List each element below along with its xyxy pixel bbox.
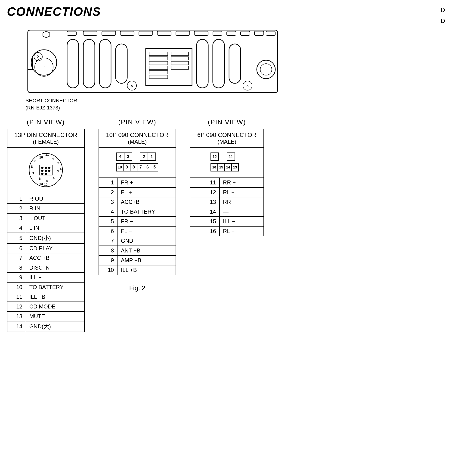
svg-point-42: [257, 60, 275, 79]
fig-label: Fig. 2: [129, 284, 145, 292]
svg-rect-39: [229, 44, 240, 83]
table-13p: 13P DIN CONNECTOR (FEMALE): [7, 129, 85, 332]
svg-rect-9: [213, 31, 222, 35]
table-row: 14GND(大): [7, 321, 84, 332]
svg-text:×: ×: [131, 84, 133, 88]
svg-text:15: 15: [219, 165, 223, 169]
svg-text:×: ×: [246, 84, 249, 88]
svg-rect-12: [254, 31, 264, 35]
svg-rect-35: [171, 61, 188, 65]
pin-view-10p: (PIN VIEW): [118, 119, 156, 126]
svg-point-49: [48, 167, 50, 169]
table-10p: 10P 090 CONNECTOR (MALE) 4 3 2: [99, 129, 176, 275]
svg-rect-22: [100, 39, 111, 88]
svg-text:8: 8: [133, 165, 135, 169]
svg-rect-13: [266, 31, 275, 35]
svg-rect-31: [149, 71, 168, 74]
svg-point-52: [48, 170, 50, 172]
svg-text:16: 16: [212, 165, 216, 169]
svg-text:6: 6: [146, 165, 149, 169]
svg-text:8: 8: [31, 165, 33, 168]
table-row: 1FR +: [99, 178, 176, 188]
table-row: 4L IN: [7, 223, 84, 233]
svg-point-43: [260, 64, 272, 75]
table-row: 10TO BATTERY: [7, 282, 84, 292]
table-row: 14—: [190, 207, 264, 217]
svg-text:12: 12: [213, 155, 217, 159]
table-row: 3L OUT: [7, 213, 84, 223]
svg-text:13: 13: [39, 182, 43, 186]
table-row: 9ILL −: [7, 273, 84, 282]
table-row: 11ILL +B: [7, 292, 84, 302]
svg-rect-37: [197, 39, 208, 88]
table-row: 5GND(小): [7, 233, 84, 243]
svg-rect-33: [171, 52, 188, 55]
svg-rect-1: [67, 31, 76, 35]
13p-pin-diagram: 1 2 3 4 5 6 7 8 9 10 11 12 13 1: [27, 152, 64, 189]
table-row: 6CD PLAY: [7, 243, 84, 253]
svg-text:7: 7: [32, 172, 34, 175]
6p-pin-diagram: 12 11 16 15 14 13: [208, 152, 246, 172]
svg-text:1: 1: [151, 154, 153, 159]
table-row: 5FR −: [99, 217, 176, 226]
svg-rect-34: [171, 57, 188, 60]
svg-text:×: ×: [37, 54, 40, 59]
table-row: 12RL +: [190, 188, 264, 197]
table-row: 2FL +: [99, 188, 176, 197]
svg-rect-32: [149, 75, 168, 79]
svg-rect-5: [139, 31, 153, 35]
svg-rect-28: [149, 57, 168, 60]
table-row: 11RR +: [190, 178, 264, 188]
top-right-labels: DD: [441, 5, 445, 26]
svg-rect-11: [240, 31, 250, 35]
svg-text:1: 1: [52, 157, 54, 161]
connector-13p-block: (PIN VIEW) 13P DIN CONNECTOR (FEMALE): [7, 119, 85, 332]
svg-point-48: [45, 167, 47, 169]
svg-rect-20: [67, 39, 79, 88]
page-title: CONNECTIONS: [7, 5, 445, 19]
svg-point-51: [45, 170, 47, 172]
pin-view-6p: (PIN VIEW): [208, 119, 246, 126]
svg-rect-26: [146, 49, 192, 86]
table-row: 16RL −: [190, 226, 264, 236]
svg-text:13: 13: [233, 165, 237, 169]
table-row: 3ACC+B: [99, 197, 176, 207]
svg-rect-10: [227, 31, 236, 35]
svg-rect-6: [157, 31, 171, 35]
svg-text:11: 11: [45, 153, 49, 156]
svg-rect-30: [149, 66, 168, 69]
svg-text:14: 14: [226, 165, 230, 169]
svg-rect-7: [176, 31, 190, 35]
table-row: 10ILL +B: [99, 265, 176, 275]
table-row: 12CD MODE: [7, 302, 84, 311]
table-row: 6FL −: [99, 226, 176, 236]
svg-rect-3: [102, 31, 116, 35]
svg-text:4: 4: [119, 154, 121, 159]
svg-rect-23: [116, 44, 127, 83]
svg-rect-8: [194, 31, 208, 35]
svg-point-14: [31, 50, 57, 75]
svg-text:5: 5: [46, 179, 48, 183]
connectors-section: (PIN VIEW) 13P DIN CONNECTOR (FEMALE): [7, 119, 445, 332]
svg-text:2: 2: [143, 154, 145, 159]
svg-text:↑: ↑: [42, 63, 46, 70]
svg-text:6: 6: [39, 177, 41, 181]
svg-rect-29: [149, 61, 168, 65]
table-row: 8DISC IN: [7, 263, 84, 273]
svg-text:12: 12: [44, 183, 48, 187]
table-row: 15ILL −: [190, 217, 264, 226]
svg-rect-36: [171, 66, 188, 69]
svg-text:9: 9: [34, 159, 36, 163]
10p-pin-diagram: 4 3 2 1 10 9: [114, 152, 160, 172]
table-row: 13MUTE: [7, 311, 84, 321]
table-row: 13RR −: [190, 197, 264, 207]
svg-rect-27: [149, 52, 168, 55]
svg-marker-44: [43, 31, 50, 38]
table-row: 1R OUT: [7, 194, 84, 204]
svg-point-50: [41, 170, 43, 172]
svg-text:5: 5: [153, 165, 156, 169]
connector-10p-block: (PIN VIEW) 10P 090 CONNECTOR (MALE) 4 3: [99, 119, 176, 292]
table-row: 2R IN: [7, 204, 84, 213]
pin-view-13p: (PIN VIEW): [27, 119, 65, 126]
svg-text:9: 9: [126, 165, 128, 169]
